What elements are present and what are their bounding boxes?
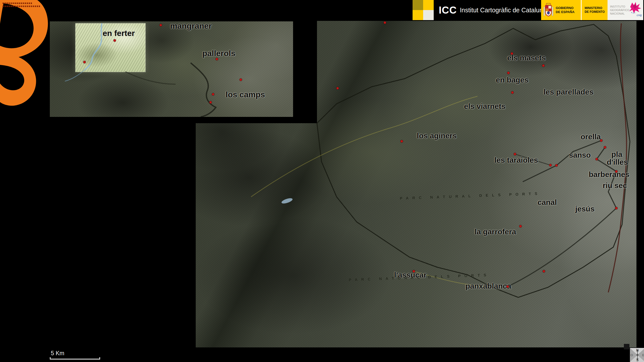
compass-west[interactable]: O (630, 353, 633, 357)
map-place-label: d'illes (607, 158, 628, 166)
map-place-label: la garrofera (474, 228, 516, 236)
map-place-label: sanso (569, 151, 591, 159)
ministerio-text: MINISTERIO DE FOMENTO (585, 6, 605, 14)
header-banner: ICC Institut Cartogràfic de Catalunya GO… (413, 0, 644, 20)
square-yellow (423, 0, 434, 10)
scale-line (50, 357, 100, 359)
spain-coat-of-arms (543, 2, 554, 18)
map-place-label: en bages (496, 76, 529, 84)
scale-bar: 5 Km (50, 350, 100, 359)
ign-text: INSTITUTO GEOGRÁFICO NACIONAL (610, 5, 630, 16)
place-marker (615, 170, 618, 173)
map-place-label: orella (581, 132, 601, 141)
icc-abbreviation: ICC (439, 5, 457, 16)
map-place-label: los camps (226, 90, 265, 99)
fine-print-line (3, 6, 41, 7)
icc-map-viewer: ICC Institut Cartogràfic de Catalunya GO… (0, 0, 644, 362)
square-yellow (413, 10, 423, 20)
map-place-label: los aginers (417, 131, 457, 140)
place-marker (507, 286, 509, 288)
boundary-line (191, 63, 216, 117)
place-marker (596, 158, 598, 160)
compass-north[interactable]: N (636, 348, 638, 352)
place-marker (212, 93, 214, 96)
ministerio-fomento-logo: MINISTERIO DE FOMENTO (581, 0, 608, 20)
map-place-label: canal (538, 198, 557, 207)
fine-print-line (3, 3, 32, 4)
gobierno-text: GOBIERNO DE ESPAÑA (556, 6, 575, 14)
place-marker (514, 153, 516, 155)
map-place-label: jesús (575, 205, 595, 213)
place-marker (555, 164, 558, 167)
icc-full-name: Institut Cartogràfic de Catalunya (460, 7, 550, 14)
square-white (423, 10, 434, 20)
place-marker (543, 270, 545, 273)
place-marker (384, 22, 386, 24)
compass-south[interactable]: S (636, 358, 639, 362)
map-place-label: mangraner (170, 21, 212, 31)
place-marker (216, 58, 218, 60)
place-marker (507, 72, 510, 74)
swoosh-shape (0, 0, 48, 106)
place-marker (604, 146, 606, 149)
place-marker (511, 92, 514, 94)
inset-locator-map[interactable]: en fertermangranerpallerolslos camps (50, 21, 293, 117)
place-marker (600, 140, 602, 142)
compass-rose[interactable]: N S O E (630, 348, 644, 362)
cnig-script-logo: cnig (637, 14, 642, 17)
place-marker (549, 164, 552, 166)
scale-label: 5 Km (51, 350, 100, 357)
place-marker (401, 140, 403, 143)
map-place-label: pla (611, 150, 622, 159)
gobierno-espana-logo: GOBIERNO DE ESPAÑA (541, 0, 581, 20)
map-place-label: els viarnets (464, 102, 505, 111)
place-marker (240, 79, 242, 81)
map-place-label: panxablanca (465, 282, 511, 290)
icc-squares-logo (413, 0, 434, 20)
square-olive (413, 0, 423, 10)
place-marker (160, 24, 162, 26)
corner-tile (624, 344, 629, 349)
map-place-label: barberanes (589, 170, 629, 179)
place-marker (114, 39, 116, 42)
map-place-label: en ferter (103, 29, 135, 38)
place-marker (413, 270, 415, 273)
place-marker (337, 87, 339, 89)
icc-swoosh-logo (0, 0, 55, 111)
park-name-label: PARC NATURAL DELS PORTS (400, 191, 541, 201)
map-place-label: riu sec (603, 181, 627, 190)
place-marker (84, 61, 86, 63)
ign-logo-block: INSTITUTO GEOGRÁFICO NACIONAL cnig (608, 0, 643, 20)
place-marker (210, 101, 212, 104)
map-place-label: les taraioles (494, 156, 538, 164)
map-place-label: pallerols (202, 49, 235, 58)
place-marker (511, 53, 513, 55)
road (508, 208, 616, 287)
ign-magenta-splash-icon (628, 2, 643, 15)
icc-title-bar: ICC Institut Cartogràfic de Catalunya (434, 0, 541, 20)
municipality-boundary (317, 24, 630, 297)
map-place-label: les parellades (544, 88, 593, 96)
map-place-label: els masets (507, 54, 546, 62)
compass-east[interactable]: E (642, 353, 644, 357)
lake (281, 197, 293, 204)
place-marker (615, 207, 618, 209)
place-marker (542, 65, 545, 67)
place-marker (519, 225, 522, 228)
